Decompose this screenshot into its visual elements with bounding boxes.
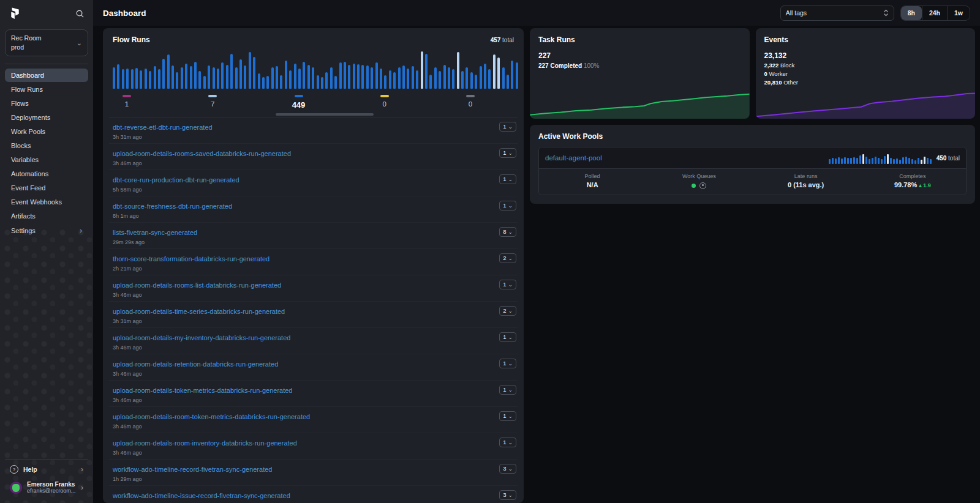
chart-bar bbox=[416, 70, 418, 89]
run-count-badge[interactable]: 3⌄ bbox=[499, 464, 516, 474]
run-count-badge[interactable]: 1⌄ bbox=[499, 332, 516, 342]
user-menu[interactable]: Emerson Franks efranks@recroom.... › bbox=[5, 478, 88, 497]
pool-col-work-queues: Work Queues bbox=[646, 173, 752, 189]
stat-value: 0 bbox=[374, 100, 395, 108]
chart-bar bbox=[113, 67, 115, 89]
chevron-down-icon: ⌄ bbox=[508, 124, 513, 130]
chart-bar bbox=[258, 73, 260, 89]
flow-run-link[interactable]: dbt-source-freshness-dbt-run-generated bbox=[113, 203, 232, 210]
flow-runs-total: 457 total bbox=[491, 37, 514, 43]
flow-run-link[interactable]: thorn-score-transformation-databricks-ru… bbox=[113, 255, 270, 263]
chart-bar bbox=[185, 64, 187, 89]
sidebar-item-deployments[interactable]: Deployments bbox=[5, 111, 88, 124]
chart-bar bbox=[334, 76, 337, 89]
task-runs-total: 227 bbox=[538, 51, 741, 60]
chart-bar bbox=[380, 69, 382, 89]
range-button-8h[interactable]: 8h bbox=[901, 6, 922, 20]
run-count-badge[interactable]: 2⌄ bbox=[499, 253, 516, 263]
run-count-value: 1 bbox=[503, 123, 506, 130]
chart-bar bbox=[470, 72, 473, 89]
chart-bar bbox=[389, 70, 391, 89]
prefect-logo-icon bbox=[7, 6, 21, 21]
stat-value: 449 bbox=[288, 100, 309, 110]
sidebar-item-event-feed[interactable]: Event Feed bbox=[5, 181, 88, 195]
work-pool-link[interactable]: default-agent-pool bbox=[545, 154, 602, 162]
chart-bar bbox=[198, 71, 201, 89]
flow-run-link[interactable]: upload-room-details-retention-databricks… bbox=[113, 360, 278, 368]
flow-run-link[interactable]: upload-room-details-room-inventory-datab… bbox=[113, 439, 297, 447]
queue-status-icon[interactable] bbox=[699, 182, 706, 189]
flow-runs-bar-chart[interactable] bbox=[113, 51, 514, 89]
flow-stat-4[interactable]: 0 bbox=[460, 95, 481, 110]
sidebar-item-automations[interactable]: Automations bbox=[5, 167, 88, 181]
run-count-badge[interactable]: 1⌄ bbox=[499, 174, 516, 184]
main-area: Dashboard All tags 8h24h1w Flow Runs 457… bbox=[93, 0, 980, 503]
flow-run-link[interactable]: lists-fivetran-sync-generated bbox=[113, 229, 197, 236]
flow-stat-1[interactable]: 7 bbox=[202, 95, 223, 110]
flow-run-link[interactable]: workflow-ado-timeline-record-fivetran-sy… bbox=[113, 466, 272, 473]
chart-bar bbox=[862, 154, 864, 164]
run-count-badge[interactable]: 8⌄ bbox=[499, 227, 516, 237]
chevron-down-icon: ⌄ bbox=[508, 439, 513, 445]
chart-bar bbox=[276, 66, 278, 89]
flow-run-link[interactable]: upload-room-details-token-metrics-databr… bbox=[113, 387, 292, 394]
run-count-badge[interactable]: 1⌄ bbox=[499, 122, 516, 132]
stat-color-dash bbox=[466, 95, 475, 97]
topbar: Dashboard All tags 8h24h1w bbox=[93, 0, 980, 26]
sidebar-item-flows[interactable]: Flows bbox=[5, 97, 88, 110]
sidebar-item-work-pools[interactable]: Work Pools bbox=[5, 125, 88, 138]
range-button-1w[interactable]: 1w bbox=[947, 6, 970, 20]
chevron-down-icon: ⌄ bbox=[508, 150, 513, 156]
run-count-badge[interactable]: 3⌄ bbox=[499, 490, 516, 500]
tag-filter-select[interactable]: All tags bbox=[780, 6, 894, 21]
run-count-badge[interactable]: 1⌄ bbox=[499, 148, 516, 158]
chart-bar bbox=[853, 157, 855, 164]
flow-stat-3[interactable]: 0 bbox=[374, 95, 395, 110]
chart-bar bbox=[217, 69, 219, 89]
sidebar-item-artifacts[interactable]: Artifacts bbox=[5, 209, 88, 223]
events-total: 23,132 bbox=[764, 51, 967, 60]
help-button[interactable]: ? Help › bbox=[5, 462, 88, 477]
run-count-badge[interactable]: 1⌄ bbox=[499, 280, 516, 289]
flow-run-link[interactable]: workflow-ado-timeline-issue-record-fivet… bbox=[113, 492, 290, 499]
flow-run-link[interactable]: upload-room-details-time-series-databric… bbox=[113, 308, 285, 315]
flow-run-link[interactable]: dbt-reverse-etl-dbt-run-generated bbox=[113, 124, 213, 131]
flow-run-link[interactable]: dbt-core-run-production-dbt-run-generate… bbox=[113, 176, 239, 184]
run-count-value: 1 bbox=[503, 386, 506, 393]
workspace-selector[interactable]: Rec Room prod ⌄ bbox=[5, 29, 88, 56]
sidebar-item-blocks[interactable]: Blocks bbox=[5, 139, 88, 152]
flow-run-timestamp: 3h 46m ago bbox=[113, 160, 515, 166]
sidebar-item-dashboard[interactable]: Dashboard bbox=[5, 69, 88, 82]
flow-stat-2[interactable]: 449 bbox=[288, 95, 309, 110]
sidebar-item-settings[interactable]: Settings› bbox=[5, 223, 88, 238]
work-pool-card: default-agent-pool 450 total PolledN/AWo… bbox=[538, 147, 967, 195]
chart-bar bbox=[914, 160, 916, 164]
run-count-value: 1 bbox=[503, 202, 506, 209]
sidebar-item-flow-runs[interactable]: Flow Runs bbox=[5, 83, 88, 96]
flow-run-link[interactable]: upload-room-details-rooms-list-databrick… bbox=[113, 281, 281, 289]
flow-run-link[interactable]: upload-room-details-room-token-metrics-d… bbox=[113, 413, 310, 420]
run-count-badge[interactable]: 2⌄ bbox=[499, 306, 516, 316]
stats-scrollbar[interactable] bbox=[276, 113, 374, 116]
chart-bar bbox=[844, 157, 846, 164]
run-count-badge[interactable]: 1⌄ bbox=[499, 385, 516, 395]
run-count-badge[interactable]: 1⌄ bbox=[499, 201, 516, 211]
sidebar-bottom-divider bbox=[5, 459, 88, 460]
sidebar-item-event-webhooks[interactable]: Event Webhooks bbox=[5, 195, 88, 209]
sidebar-item-label: Blocks bbox=[11, 142, 31, 149]
flow-run-timestamp: 3h 46m ago bbox=[113, 450, 515, 456]
run-count-badge[interactable]: 1⌄ bbox=[499, 359, 516, 368]
run-count-badge[interactable]: 1⌄ bbox=[499, 438, 516, 447]
run-count-badge[interactable]: 1⌄ bbox=[499, 411, 516, 421]
chart-bar bbox=[829, 159, 831, 164]
flow-stat-0[interactable]: 1 bbox=[116, 95, 137, 110]
chart-bar bbox=[384, 75, 386, 89]
search-button[interactable] bbox=[74, 8, 86, 20]
flow-run-row: upload-room-details-room-token-metrics-d… bbox=[109, 407, 518, 433]
flow-run-link[interactable]: upload-room-details-rooms-saved-databric… bbox=[113, 150, 291, 157]
sidebar-item-variables[interactable]: Variables bbox=[5, 153, 88, 166]
range-button-24h[interactable]: 24h bbox=[922, 6, 947, 20]
flow-run-link[interactable]: upload-room-details-my-inventory-databri… bbox=[113, 334, 290, 341]
chart-bar bbox=[402, 65, 405, 89]
work-pool-bar-chart[interactable] bbox=[829, 152, 932, 164]
